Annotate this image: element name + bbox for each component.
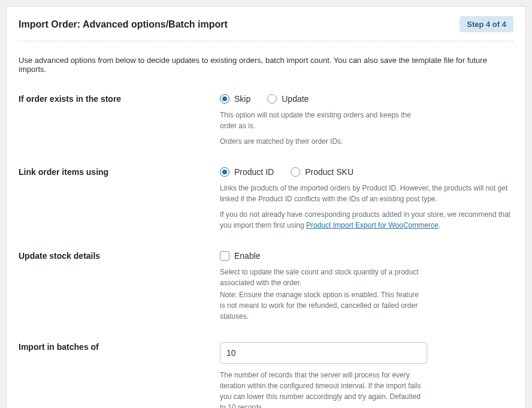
help-text: This option will not update the existing… <box>220 110 424 147</box>
checkbox-label: Enable <box>234 251 261 261</box>
help-line: Links the products of the imported order… <box>220 183 513 204</box>
field-label: Link order items using <box>19 167 220 177</box>
product-import-export-link[interactable]: Product Import Export for WooCommerce <box>306 221 439 229</box>
field-update-stock: Update stock details Enable Select to up… <box>19 251 513 322</box>
help-line: Orders are matched by their order IDs. <box>220 136 424 147</box>
radio-icon <box>291 167 300 177</box>
field-control: The number of records that the server wi… <box>220 342 513 408</box>
card-header: Import Order: Advanced options/Batch imp… <box>19 16 513 41</box>
field-label: If order exists in the store <box>19 94 220 104</box>
radio-skip[interactable]: Skip <box>220 94 250 104</box>
radio-group-link-items: Product ID Product SKU <box>220 167 513 177</box>
help-text-span: . <box>439 221 440 229</box>
radio-icon <box>220 94 229 104</box>
field-label: Update stock details <box>19 251 220 261</box>
radio-label: Product ID <box>234 167 274 177</box>
help-text: The number of records that the server wi… <box>220 370 424 408</box>
field-control: Skip Update This option will not update … <box>220 94 513 147</box>
help-line: If you do not already have corresponding… <box>220 209 513 231</box>
radio-update[interactable]: Update <box>267 94 309 104</box>
help-line: This option will not update the existing… <box>220 110 424 131</box>
import-advanced-card: Import Order: Advanced options/Batch imp… <box>6 6 526 408</box>
radio-label: Skip <box>234 94 250 104</box>
radio-label: Product SKU <box>305 167 353 177</box>
field-batch-size: Import in batches of The number of recor… <box>19 342 513 408</box>
radio-group-if-exists: Skip Update <box>220 94 513 104</box>
intro-text: Use advanced options from below to decid… <box>19 56 513 74</box>
help-text: Links the products of the imported order… <box>220 183 513 231</box>
page-title: Import Order: Advanced options/Batch imp… <box>19 19 228 30</box>
field-link-order-items: Link order items using Product ID Produc… <box>19 167 513 231</box>
help-line: Select to update the sale count and stoc… <box>220 267 424 288</box>
radio-label: Update <box>282 94 309 104</box>
field-control: Product ID Product SKU Links the product… <box>220 167 513 231</box>
checkbox-icon <box>220 251 229 261</box>
checkbox-row: Enable <box>220 251 513 261</box>
help-line: Note: Ensure the manage stock option is … <box>220 289 424 322</box>
batch-size-input[interactable] <box>220 342 427 364</box>
radio-icon <box>267 94 277 104</box>
radio-icon <box>220 167 229 177</box>
checkbox-enable-stock[interactable]: Enable <box>220 251 261 261</box>
field-if-order-exists: If order exists in the store Skip Update… <box>19 94 513 147</box>
step-badge: Step 4 of 4 <box>460 16 513 32</box>
field-control: Enable Select to update the sale count a… <box>220 251 513 322</box>
field-label: Import in batches of <box>19 342 220 352</box>
radio-product-sku[interactable]: Product SKU <box>291 167 353 177</box>
help-text: Select to update the sale count and stoc… <box>220 267 424 322</box>
radio-product-id[interactable]: Product ID <box>220 167 274 177</box>
